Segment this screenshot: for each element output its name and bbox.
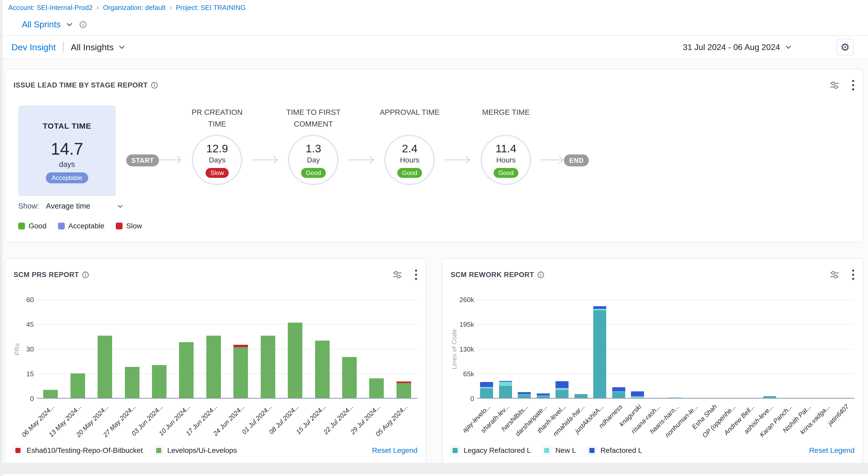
stage-value: 12.9 (206, 142, 228, 155)
gear-icon: ⚙ (840, 42, 850, 52)
show-label: Show: (18, 202, 39, 210)
page-header: Account: SEI-Internal-Prod2 › Organizati… (0, 0, 868, 29)
breadcrumb-separator-icon: › (97, 4, 99, 11)
y-tick-label: 60 (26, 296, 34, 304)
stage-label: PR CREATION TIME (182, 107, 252, 131)
stage-value: 1.3 (306, 142, 321, 155)
legend-label: Good (29, 222, 46, 230)
breadcrumb-project-link[interactable]: Project: SEI TRAINING (176, 4, 246, 12)
x-tick-label: OP (oppenhe... (701, 403, 737, 439)
bar-segment (763, 396, 776, 396)
stage-circle: 11.4 Hours Good (480, 135, 531, 185)
flow-arrow-icon (252, 154, 278, 166)
bar-segment (152, 365, 166, 398)
legend-item-slow: Slow (116, 222, 142, 230)
bar-segment (288, 323, 302, 398)
bar-segment (70, 374, 85, 398)
legend-item-legacy-refactored[interactable]: Legacy Refactored L (451, 446, 531, 455)
status-badge: Good (494, 168, 518, 178)
bar-segment (480, 387, 493, 388)
flow-arrow-icon (541, 154, 564, 166)
dev-insight-link[interactable]: Dev Insight (11, 42, 56, 52)
bar-segment (537, 395, 550, 396)
x-axis-labels: 06 May 2024...13 May 2024...20 May 2024.… (37, 399, 417, 442)
stage-unit: Days (209, 156, 225, 164)
legend-item-levelops-ui[interactable]: Levelops/Ui-Levelops (154, 446, 237, 455)
legend-swatch (542, 446, 551, 455)
plot-area (37, 300, 417, 399)
bar-segment (342, 357, 357, 398)
kebab-menu-icon[interactable] (852, 269, 855, 280)
reset-legend-link[interactable]: Reset Legend (372, 446, 417, 455)
y-axis-title: PRs (13, 343, 21, 355)
legend-item-new-lines[interactable]: New L (542, 446, 576, 455)
x-tick-label: nonhuman-le... (663, 403, 700, 439)
sprint-selector-label: All Sprints (22, 20, 61, 29)
kebab-menu-icon[interactable] (415, 269, 417, 280)
bar-segment (575, 395, 588, 398)
y-tick-label: 65k (463, 370, 474, 378)
bar-segment (537, 393, 550, 396)
issue-lead-time-panel: ISSUE LEAD TIME BY STAGE REPORT TOTAL TI… (5, 68, 863, 242)
widget-filter-sliders-icon[interactable] (392, 270, 403, 279)
bar-segment (499, 382, 512, 386)
info-icon[interactable] (82, 271, 89, 278)
show-metric-dropdown[interactable]: Average time (46, 202, 124, 210)
bar-segment (499, 386, 512, 398)
all-insights-dropdown[interactable]: All Insights (71, 42, 126, 52)
stage-value: 11.4 (495, 142, 517, 155)
legend-swatch (58, 222, 65, 230)
chevron-down-icon (117, 43, 126, 51)
stage-circle: 2.4 Hours Good (384, 135, 435, 185)
legend-swatch (154, 446, 163, 455)
gridline (37, 374, 417, 374)
gridline (37, 349, 417, 350)
stage-circle: 1.3 Day Good (288, 135, 339, 185)
info-icon[interactable] (151, 82, 158, 89)
kebab-menu-icon[interactable] (852, 80, 855, 91)
gridline (477, 300, 855, 300)
stage-time-to-first-comment: TIME TO FIRST COMMENT 1.3 Day Good (278, 107, 348, 185)
widget-filter-sliders-icon[interactable] (829, 270, 840, 279)
breadcrumb-separator-icon: › (169, 4, 172, 11)
legend-swatch (451, 446, 460, 455)
chevron-down-icon (65, 21, 74, 28)
stage-unit: Day (307, 156, 320, 164)
bar-segment (763, 396, 776, 398)
stage-pr-creation-time: PR CREATION TIME 12.9 Days Slow (182, 107, 252, 185)
flow-arrow-icon (159, 154, 182, 166)
bar-segment (556, 388, 568, 390)
reset-legend-link[interactable]: Reset Legend (809, 446, 855, 455)
bar-segment (556, 390, 568, 398)
breadcrumb: Account: SEI-Internal-Prod2 › Organizati… (8, 4, 868, 12)
gridline (37, 300, 417, 300)
bar-segment (612, 392, 625, 398)
status-badge: Good (397, 168, 422, 178)
legend-swatch (18, 222, 25, 230)
x-tick-label: Karan Panch... (758, 403, 794, 439)
stage-merge-time: MERGE TIME 11.4 Hours Good (471, 107, 541, 185)
bar-segment (556, 381, 568, 388)
breadcrumb-organization-link[interactable]: Organization: default (103, 4, 165, 12)
total-time-card: TOTAL TIME 14.7 days Acceptable (18, 106, 116, 196)
date-range-picker[interactable]: 31 Jul 2024 - 06 Aug 2024 (683, 42, 793, 52)
sprint-selector[interactable]: All Sprints (22, 20, 868, 29)
y-axis-title: Lines of Code (451, 329, 458, 369)
legend-item-esha610[interactable]: Esha610/Testing-Repo-Of-Bitbucket (13, 446, 143, 455)
info-icon[interactable] (537, 271, 544, 278)
stage-circle: 12.9 Days Slow (192, 135, 242, 185)
legend-label: New L (555, 446, 576, 455)
breadcrumb-account-link[interactable]: Account: SEI-Internal-Prod2 (8, 4, 93, 12)
bar-segment (537, 396, 550, 398)
legend-item-refactored[interactable]: Refactored L (588, 446, 642, 455)
insight-toolbar: Dev Insight All Insights 31 Jul 2024 - 0… (0, 35, 868, 59)
stage-unit: Hours (400, 156, 420, 164)
widget-filter-sliders-icon[interactable] (829, 81, 840, 90)
flow-arrow-icon (348, 154, 374, 166)
bar-segment (125, 367, 140, 398)
bar-segment (593, 309, 606, 310)
date-range-label: 31 Jul 2024 - 06 Aug 2024 (683, 42, 780, 52)
panel-title: SCM PRS REPORT (13, 271, 79, 279)
bar-segment (669, 397, 682, 398)
dashboard-settings-button[interactable]: ⚙ (837, 39, 854, 56)
